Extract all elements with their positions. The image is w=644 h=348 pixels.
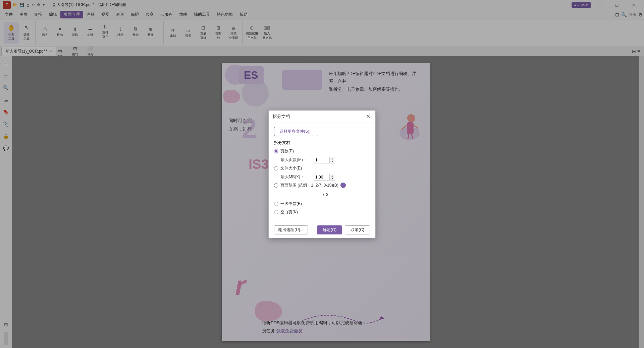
max-pages-arrows: ▲ ▼ — [329, 157, 335, 163]
max-mb-input[interactable]: 1.00 — [314, 174, 329, 180]
info-icon[interactable]: i — [340, 183, 346, 188]
dialog-title: 拆分文档 — [273, 114, 290, 120]
modal-overlay: 拆分文档 ✕ 选择更多文件(S)... 拆分文档 页数(P) 最大页数(M)： … — [0, 0, 644, 348]
max-pages-field-row: 最大页数(M)： 1 ▲ ▼ — [281, 157, 370, 163]
dialog-header: 拆分文档 ✕ — [269, 111, 375, 123]
dialog-footer: 输出选项(U)... 确定(O) 取消(C) — [269, 222, 375, 238]
max-pages-down[interactable]: ▼ — [330, 160, 335, 163]
output-options-button[interactable]: 输出选项(U)... — [274, 225, 308, 234]
dialog-body: 选择更多文件(S)... 拆分文档 页数(P) 最大页数(M)： 1 ▲ ▼ — [269, 123, 375, 222]
page-total: 3 — [326, 192, 328, 197]
option-filesize-radio[interactable] — [274, 166, 278, 170]
max-mb-arrows: ▲ ▼ — [329, 174, 335, 180]
max-mb-spinner[interactable]: 1.00 ▲ ▼ — [314, 174, 335, 181]
option-blank-label[interactable]: 空白页(K) — [280, 209, 298, 215]
section-label: 拆分文档 — [274, 140, 370, 146]
max-pages-spinner[interactable]: 1 ▲ ▼ — [314, 157, 335, 163]
option-pagerange-radio[interactable] — [274, 183, 278, 188]
page-range-input-row: / 3 — [281, 191, 370, 198]
max-pages-label: 最大页数(M)： — [281, 157, 311, 163]
page-range-input[interactable] — [281, 191, 321, 198]
option-pages-radio[interactable] — [274, 149, 278, 153]
cancel-button[interactable]: 取消(C) — [345, 225, 370, 234]
max-mb-up[interactable]: ▲ — [330, 174, 335, 177]
option-filesize-label[interactable]: 文件大小(E) — [280, 165, 302, 171]
option-blank-row: 空白页(K) — [274, 209, 370, 215]
option-blank-radio[interactable] — [274, 210, 278, 214]
max-mb-label: 最大MB(X)： — [281, 174, 311, 180]
page-slash: / — [323, 192, 324, 197]
max-mb-field-row: 最大MB(X)： 1.00 ▲ ▼ — [281, 174, 370, 181]
max-mb-down[interactable]: ▼ — [330, 177, 335, 180]
option-pagerange-row: 页面范围 (范例：1, 2-7, 8-10)(B) i — [274, 183, 370, 188]
option-pages-label[interactable]: 页数(P) — [280, 148, 294, 154]
split-dialog: 拆分文档 ✕ 选择更多文件(S)... 拆分文档 页数(P) 最大页数(M)： … — [268, 110, 376, 238]
option-bookmark-radio[interactable] — [274, 202, 278, 206]
option-bookmark-label[interactable]: 一级书签(B) — [280, 201, 302, 207]
max-pages-input[interactable]: 1 — [314, 157, 329, 163]
dialog-action-buttons: 确定(O) 取消(C) — [317, 225, 370, 234]
dialog-close-button[interactable]: ✕ — [365, 113, 371, 120]
option-filesize-row: 文件大小(E) — [274, 165, 370, 171]
confirm-button[interactable]: 确定(O) — [317, 225, 342, 234]
option-pagerange-label[interactable]: 页面范围 (范例：1, 2-7, 8-10)(B) — [280, 183, 338, 188]
select-files-button[interactable]: 选择更多文件(S)... — [274, 127, 318, 136]
max-pages-up[interactable]: ▲ — [330, 157, 335, 160]
option-pages-row: 页数(P) — [274, 148, 370, 154]
option-bookmark-row: 一级书签(B) — [274, 201, 370, 207]
